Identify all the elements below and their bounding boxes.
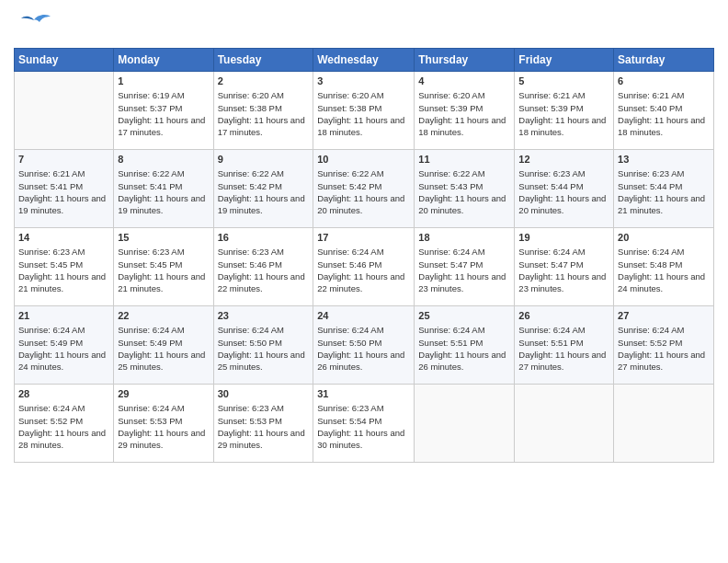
sunrise: Sunrise: 6:24 AM [618,247,684,257]
day-number: 27 [618,309,710,323]
calendar-cell: 1Sunrise: 6:19 AMSunset: 5:37 PMDaylight… [114,72,213,150]
calendar-cell: 12Sunrise: 6:23 AMSunset: 5:44 PMDayligh… [515,150,614,228]
sunset: Sunset: 5:40 PM [618,103,682,113]
day-number: 3 [317,75,410,88]
sunset: Sunset: 5:38 PM [218,103,282,113]
calendar-week-5: 28Sunrise: 6:24 AMSunset: 5:52 PMDayligh… [15,385,714,463]
sunset: Sunset: 5:41 PM [118,181,182,191]
daylight: Daylight: 11 hours and 25 minutes. [118,350,205,372]
daylight: Daylight: 11 hours and 17 minutes. [218,115,305,137]
calendar-cell: 21Sunrise: 6:24 AMSunset: 5:49 PMDayligh… [15,306,114,385]
sunrise: Sunrise: 6:24 AM [118,403,184,413]
calendar-cell: 8Sunrise: 6:22 AMSunset: 5:41 PMDaylight… [114,150,213,228]
sunset: Sunset: 5:42 PM [218,181,282,191]
header-sunday: Sunday [15,49,114,72]
daylight: Daylight: 11 hours and 24 minutes. [18,350,106,372]
daylight: Daylight: 11 hours and 22 minutes. [218,271,305,293]
daylight: Daylight: 11 hours and 25 minutes. [218,350,305,372]
sunrise: Sunrise: 6:23 AM [18,247,85,257]
day-number: 11 [418,153,510,167]
sunrise: Sunrise: 6:24 AM [518,247,585,257]
calendar-cell: 3Sunrise: 6:20 AMSunset: 5:38 PMDaylight… [313,72,415,150]
sunrise: Sunrise: 6:20 AM [418,90,484,100]
day-number: 28 [18,387,109,401]
sunset: Sunset: 5:46 PM [218,259,282,270]
sunrise: Sunrise: 6:22 AM [317,168,383,178]
day-number: 2 [218,75,310,88]
daylight: Daylight: 11 hours and 27 minutes. [518,350,606,372]
calendar-week-4: 21Sunrise: 6:24 AMSunset: 5:49 PMDayligh… [15,306,714,385]
daylight: Daylight: 11 hours and 23 minutes. [518,271,606,293]
calendar-cell [515,385,614,463]
daylight: Daylight: 11 hours and 18 minutes. [618,115,705,137]
sunset: Sunset: 5:44 PM [518,181,583,191]
calendar-week-3: 14Sunrise: 6:23 AMSunset: 5:45 PMDayligh… [15,228,714,306]
sunset: Sunset: 5:51 PM [518,338,583,348]
sunset: Sunset: 5:46 PM [317,259,381,270]
daylight: Daylight: 11 hours and 28 minutes. [18,428,106,450]
sunset: Sunset: 5:37 PM [118,103,182,113]
daylight: Daylight: 11 hours and 24 minutes. [618,271,705,293]
sunset: Sunset: 5:39 PM [518,103,583,113]
day-number: 17 [317,231,410,245]
sunset: Sunset: 5:49 PM [18,338,83,348]
header-friday: Friday [515,49,614,72]
sunrise: Sunrise: 6:23 AM [218,403,284,413]
sunrise: Sunrise: 6:21 AM [518,90,585,100]
calendar-cell: 15Sunrise: 6:23 AMSunset: 5:45 PMDayligh… [114,228,213,306]
day-number: 5 [518,75,609,88]
calendar-cell: 5Sunrise: 6:21 AMSunset: 5:39 PMDaylight… [515,72,614,150]
calendar-cell: 11Sunrise: 6:22 AMSunset: 5:43 PMDayligh… [415,150,515,228]
day-number: 26 [518,309,609,323]
sunset: Sunset: 5:41 PM [18,181,83,191]
header-thursday: Thursday [415,49,515,72]
header-tuesday: Tuesday [213,49,313,72]
calendar-cell: 4Sunrise: 6:20 AMSunset: 5:39 PMDaylight… [415,72,515,150]
day-number: 31 [317,387,410,401]
sunrise: Sunrise: 6:21 AM [618,90,684,100]
sunrise: Sunrise: 6:23 AM [218,247,284,257]
day-number: 12 [518,153,609,167]
sunrise: Sunrise: 6:20 AM [218,90,284,100]
calendar-cell: 10Sunrise: 6:22 AMSunset: 5:42 PMDayligh… [313,150,415,228]
calendar-cell: 27Sunrise: 6:24 AMSunset: 5:52 PMDayligh… [614,306,714,385]
calendar-cell: 17Sunrise: 6:24 AMSunset: 5:46 PMDayligh… [313,228,415,306]
day-number: 29 [118,387,209,401]
day-number: 30 [218,387,310,401]
daylight: Daylight: 11 hours and 23 minutes. [418,271,506,293]
sunrise: Sunrise: 6:24 AM [418,325,484,335]
sunset: Sunset: 5:38 PM [317,103,381,113]
day-number: 21 [18,309,109,323]
calendar-cell: 18Sunrise: 6:24 AMSunset: 5:47 PMDayligh… [415,228,515,306]
calendar-cell: 25Sunrise: 6:24 AMSunset: 5:51 PMDayligh… [415,306,515,385]
sunset: Sunset: 5:43 PM [418,181,483,191]
sunrise: Sunrise: 6:19 AM [118,90,184,100]
daylight: Daylight: 11 hours and 20 minutes. [418,193,506,215]
day-number: 10 [317,153,410,167]
day-number: 19 [518,231,609,245]
calendar-cell: 30Sunrise: 6:23 AMSunset: 5:53 PMDayligh… [213,385,313,463]
day-number: 7 [18,153,109,167]
sunrise: Sunrise: 6:22 AM [118,168,184,178]
sunrise: Sunrise: 6:24 AM [418,247,484,257]
sunrise: Sunrise: 6:24 AM [618,325,684,335]
calendar-table: Sunday Monday Tuesday Wednesday Thursday… [14,48,714,463]
sunset: Sunset: 5:47 PM [418,259,483,270]
header-saturday: Saturday [614,49,714,72]
daylight: Daylight: 11 hours and 18 minutes. [418,115,506,137]
sunset: Sunset: 5:52 PM [618,338,682,348]
calendar-cell: 24Sunrise: 6:24 AMSunset: 5:50 PMDayligh… [313,306,415,385]
sunset: Sunset: 5:45 PM [118,259,182,270]
sunset: Sunset: 5:48 PM [618,259,682,270]
sunrise: Sunrise: 6:22 AM [418,168,484,178]
sunrise: Sunrise: 6:24 AM [317,247,383,257]
calendar-cell: 2Sunrise: 6:20 AMSunset: 5:38 PMDaylight… [213,72,313,150]
header-monday: Monday [114,49,213,72]
calendar-cell: 26Sunrise: 6:24 AMSunset: 5:51 PMDayligh… [515,306,614,385]
calendar-cell: 19Sunrise: 6:24 AMSunset: 5:47 PMDayligh… [515,228,614,306]
day-number: 9 [218,153,310,167]
day-number: 8 [118,153,209,167]
sunrise: Sunrise: 6:23 AM [317,403,383,413]
calendar-week-2: 7Sunrise: 6:21 AMSunset: 5:41 PMDaylight… [15,150,714,228]
day-number: 15 [118,231,209,245]
